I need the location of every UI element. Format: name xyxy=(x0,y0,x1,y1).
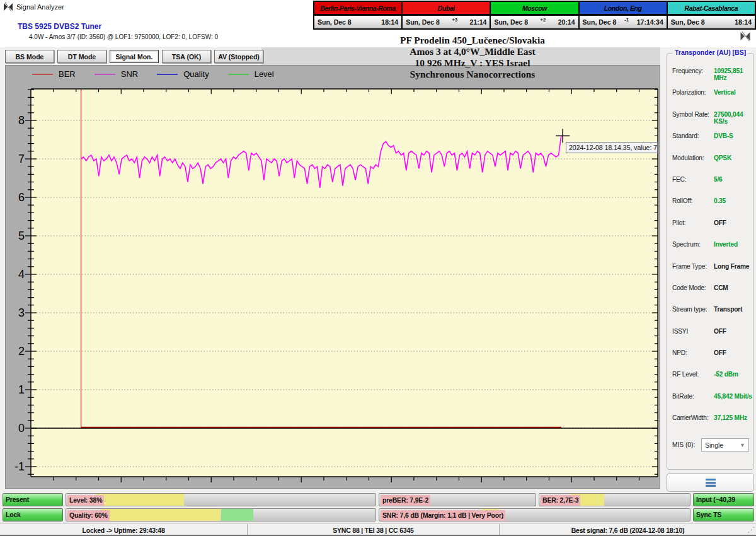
status-bar-label: Quality: 60% xyxy=(67,510,110,521)
clock-time-value: 21:14 xyxy=(470,18,487,26)
transponder-row: Frame Type:Long Frame xyxy=(667,262,753,283)
transponder-field-value: 45,842 Mbit/s xyxy=(714,393,752,400)
chart-plot-area[interactable]: 876543210-1 xyxy=(6,66,660,489)
transponder-field-value: 10925,851 MHz xyxy=(714,67,753,81)
y-axis-tick-label: -1 xyxy=(14,460,25,473)
transponder-row: Standard:DVB-S xyxy=(667,131,753,153)
status-bar-label: preBER: 7,9E-2 xyxy=(381,495,430,506)
clock-time-cell: Sun, Dec 8+220:14 xyxy=(490,15,578,29)
clock-time-value: 18:14 xyxy=(381,18,398,26)
bar-fill-segment xyxy=(96,494,184,506)
clock-column-2: MoscowSun, Dec 8+220:14 xyxy=(490,1,578,29)
transponder-row: Symbol Rate:27500,044 KS/s xyxy=(667,110,753,131)
transponder-row: Frequency:10925,851 MHz xyxy=(667,66,753,88)
mis-row: MIS (0): Single ▼ xyxy=(672,438,750,452)
transponder-field-value: Vertical xyxy=(714,89,736,96)
bar-fill-segment xyxy=(221,509,254,521)
transponder-field-label: NPD: xyxy=(672,349,714,356)
clock-date: Sun, Dec 8 xyxy=(318,18,352,26)
tab-signal-mon-[interactable]: Signal Mon. xyxy=(110,50,159,63)
tab-tsa-ok-[interactable]: TSA (OK) xyxy=(162,50,211,63)
transponder-row: Spectrum:Inverted xyxy=(667,240,753,261)
status-badge-sync-ts: Sync TS xyxy=(693,508,754,521)
transponder-field-label: Pilot: xyxy=(672,219,714,226)
transponder-field-label: FEC: xyxy=(672,176,714,183)
transponder-field-label: Spectrum: xyxy=(672,241,714,248)
clock-column-1: DubaiSun, Dec 8+321:14 xyxy=(402,1,490,29)
clock-column-0: Berlin-Paris-Vienna-RomaSun, Dec 818:14 xyxy=(314,1,402,29)
transponder-row: FEC:5/6 xyxy=(667,175,753,196)
transponder-field-value: Transport xyxy=(714,306,742,313)
tab-dt-mode[interactable]: DT Mode xyxy=(57,50,106,63)
clock-utc-offset: +3 xyxy=(452,17,457,23)
transponder-field-value: 0.35 xyxy=(714,197,726,204)
transponder-field-label: Modulation: xyxy=(672,154,714,161)
transponder-field-value: OFF xyxy=(714,328,726,335)
transponder-field-label: Stream type: xyxy=(672,306,714,313)
clock-column-3: London, EngSun, Dec 8-117:14:34 xyxy=(579,1,667,29)
clock-time-cell: Sun, Dec 8-117:14:34 xyxy=(579,15,667,29)
signal-chart[interactable]: BERSNRQualityLevel 876543210-1 2024-12-0… xyxy=(5,65,660,489)
transponder-row: ISSYIOFF xyxy=(667,327,753,348)
tab-av-stopped-[interactable]: AV (Stopped) xyxy=(214,50,263,63)
transponder-field-label: BitRate: xyxy=(672,393,714,400)
transponder-field-label: CarrierWidth: xyxy=(672,414,714,421)
transponder-field-label: Frequency: xyxy=(672,67,714,74)
status-bar-snr: SNR: 7,6 dB (Margin: 1,1 dB | Very Poor) xyxy=(379,508,690,521)
statusbar: Locked -> Uptime: 29:43:48SYNC 88 | TEI … xyxy=(0,523,756,535)
mis-dropdown-value: Single xyxy=(705,441,723,449)
y-axis-tick-label: 8 xyxy=(18,114,25,127)
transponder-panel-title: Transponder (AU) [BS] xyxy=(672,49,748,56)
station-line4: Synchronous Nanocorrections xyxy=(328,69,617,80)
transponder-row: CarrierWidth:37,125 MHz xyxy=(667,413,753,434)
transponder-field-value: 37,125 MHz xyxy=(714,414,747,421)
clock-city-label: Berlin-Paris-Vienna-Roma xyxy=(314,1,402,15)
clock-utc-offset: +2 xyxy=(540,17,546,23)
status-bar-quality: Quality: 60% xyxy=(66,508,376,521)
status-bar-ber: BER: 2,7E-3 xyxy=(539,493,690,506)
mis-label: MIS (0): xyxy=(672,441,701,448)
transponder-row: Pilot:OFF xyxy=(667,218,753,240)
panel-action-button[interactable] xyxy=(667,473,754,492)
tuner-details: 4.0W - Amos 3/7 (ID: 3560) @ LOF1: 97500… xyxy=(29,33,218,40)
resize-grip[interactable]: ⋰ xyxy=(747,525,755,534)
status-badge-input-40-39-mbps-: Input (~40,39 Mbps) xyxy=(693,493,754,506)
transponder-row: RF Level:-52 dBm xyxy=(667,370,753,391)
clock-city-label: Moscow xyxy=(490,1,578,15)
transponder-field-label: Code Mode: xyxy=(672,284,714,291)
y-axis-tick-label: 0 xyxy=(18,422,25,434)
clock-column-4: Rabat-CasablancaSun, Dec 818:14 xyxy=(667,1,755,29)
clock-time-value: 20:14 xyxy=(558,18,575,26)
mode-tabs: BS ModeDT ModeSignal Mon.TSA (OK)AV (Sto… xyxy=(5,50,263,63)
transponder-field-value: CCM xyxy=(714,284,728,291)
transponder-row: Code Mode:CCM xyxy=(667,283,753,305)
transponder-field-value: OFF xyxy=(714,349,726,356)
clock-time-value: 17:14:34 xyxy=(637,18,663,26)
transponder-field-label: RollOff: xyxy=(672,197,714,204)
tuner-name: TBS 5925 DVBS2 Tuner xyxy=(18,22,101,31)
status-bar-label: SNR: 7,6 dB (Margin: 1,1 dB | Very Poor) xyxy=(381,510,505,521)
mini-logo-icon xyxy=(740,32,751,44)
transponder-field-label: Standard: xyxy=(672,132,714,139)
tab-bs-mode[interactable]: BS Mode xyxy=(5,50,54,63)
transponder-field-value: 27500,044 KS/s xyxy=(714,111,753,125)
app-logo-icon xyxy=(3,2,13,15)
clock-date: Sun, Dec 8 xyxy=(494,18,528,26)
status-bar-preber: preBER: 7,9E-2 xyxy=(379,493,536,506)
window-title: Signal Analyzer xyxy=(16,3,64,11)
mis-dropdown[interactable]: Single ▼ xyxy=(701,438,749,452)
status-badge-lock: Lock xyxy=(3,508,63,521)
y-axis-tick-label: 3 xyxy=(18,306,25,319)
transponder-row: RollOff:0.35 xyxy=(667,196,753,218)
transponder-fields: Frequency:10925,851 MHzPolarization:Vert… xyxy=(667,66,753,435)
transponder-field-value: OFF xyxy=(714,219,726,226)
clock-utc-offset: -1 xyxy=(624,17,629,23)
transponder-field-value: DVB-S xyxy=(714,132,733,139)
transponder-field-value: -52 dBm xyxy=(714,371,738,378)
status-bar-label: BER: 2,7E-3 xyxy=(541,495,580,506)
transponder-field-label: Polarization: xyxy=(672,89,714,96)
transponder-field-label: Frame Type: xyxy=(672,263,714,270)
clock-date: Sun, Dec 8 xyxy=(583,18,617,26)
status-badge-present: Present xyxy=(3,493,63,506)
transponder-field-label: ISSYI xyxy=(672,328,714,335)
